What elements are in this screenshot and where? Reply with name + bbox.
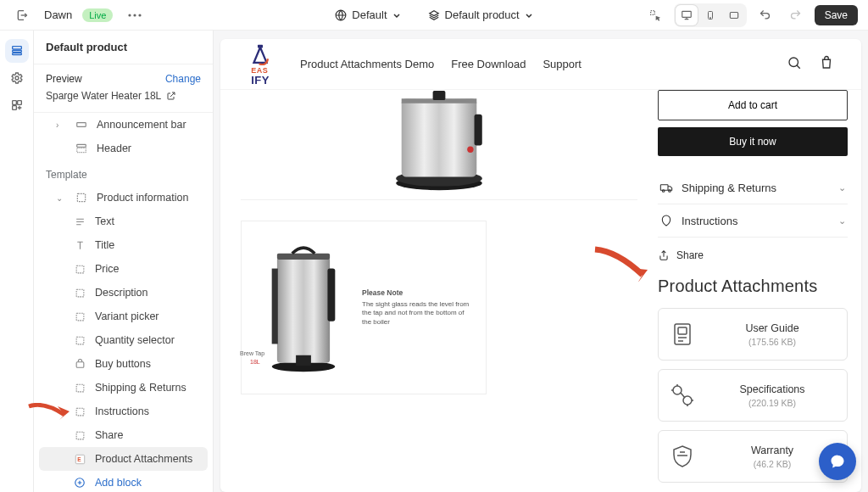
attachment-card[interactable]: User Guide(175.56 KB)	[658, 308, 848, 361]
tap-label: Brew Tap	[240, 350, 264, 356]
block-instructions[interactable]: Instructions	[39, 400, 208, 423]
apps-icon[interactable]	[5, 93, 29, 117]
svg-rect-5	[682, 11, 691, 17]
attachment-card[interactable]: Specifications(220.19 KB)	[658, 369, 848, 422]
note-body: The sight glass reads the level from the…	[362, 300, 469, 326]
chat-fab[interactable]	[819, 443, 856, 480]
announcement-icon	[75, 118, 88, 131]
buy-now-button[interactable]: Buy it now	[658, 127, 848, 156]
block-attachments[interactable]: EProduct Attachments	[39, 447, 208, 471]
more-icon[interactable]	[123, 3, 147, 27]
svg-point-35	[789, 58, 798, 67]
sidebar-heading: Default product	[34, 31, 213, 64]
doc-icon	[669, 321, 696, 348]
svg-rect-25	[76, 384, 84, 392]
add-to-cart-button[interactable]: Add to cart	[658, 90, 848, 120]
desktop-icon[interactable]	[676, 5, 698, 25]
theme-name: Dawn	[44, 8, 72, 21]
storefront-nav: Product Attachments Demo Free Download S…	[300, 58, 581, 70]
svg-rect-26	[76, 408, 84, 416]
shipping-block-icon	[73, 381, 86, 394]
variant-icon	[73, 310, 86, 323]
svg-rect-44	[277, 257, 330, 362]
search-icon[interactable]	[787, 55, 802, 73]
logo[interactable]: EASIFY	[248, 43, 273, 86]
accordion-instructions[interactable]: Instructions ⌄	[658, 204, 848, 238]
svg-rect-19	[77, 193, 85, 201]
svg-rect-11	[12, 53, 21, 55]
svg-point-12	[15, 76, 19, 80]
section-product-info[interactable]: ⌄ Product information	[39, 186, 208, 210]
sidebar: Default product Preview Change Sparge Wa…	[34, 31, 214, 492]
svg-point-50	[662, 190, 665, 193]
svg-rect-16	[77, 123, 86, 127]
nav-link[interactable]: Product Attachments Demo	[300, 58, 434, 70]
title-icon	[73, 238, 86, 252]
svg-rect-21	[76, 289, 84, 297]
instructions-block-icon	[73, 405, 86, 418]
chevron-down-icon: ⌄	[838, 215, 846, 226]
app-block-icon: E	[73, 452, 86, 466]
svg-rect-48	[296, 355, 311, 366]
block-share[interactable]: Share	[39, 423, 208, 447]
rail-nav	[0, 31, 34, 492]
share-button[interactable]: Share	[658, 238, 848, 277]
preview-canvas: EASIFY Product Attachments Demo Free Dow…	[214, 31, 868, 492]
nav-link[interactable]: Support	[542, 58, 581, 70]
block-price[interactable]: Price	[39, 257, 208, 281]
block-shipping[interactable]: Shipping & Returns	[39, 376, 208, 400]
svg-rect-49	[660, 185, 668, 191]
fullscreen-icon[interactable]	[723, 5, 745, 25]
svg-point-0	[129, 14, 131, 16]
inspector-icon[interactable]	[643, 3, 667, 27]
block-text[interactable]: Text	[39, 210, 208, 233]
save-button[interactable]: Save	[815, 5, 858, 25]
svg-rect-13	[12, 101, 16, 105]
preview-product[interactable]: Sparge Water Heater 18L	[46, 90, 201, 102]
price-icon	[73, 262, 86, 276]
svg-text:E: E	[77, 456, 81, 462]
exit-icon[interactable]	[10, 3, 34, 27]
svg-point-2	[139, 14, 142, 16]
svg-rect-18	[77, 148, 86, 152]
svg-rect-40	[433, 91, 446, 100]
svg-rect-17	[77, 144, 86, 147]
undo-icon[interactable]	[754, 3, 777, 27]
change-link[interactable]: Change	[165, 73, 201, 85]
section-announcement[interactable]: › Announcement bar	[39, 113, 208, 137]
description-icon	[73, 286, 86, 299]
svg-rect-34	[258, 44, 263, 48]
add-block[interactable]: Add block	[39, 471, 208, 492]
cart-icon[interactable]	[819, 55, 834, 73]
svg-rect-46	[327, 269, 335, 321]
svg-point-42	[467, 147, 473, 153]
redo-icon[interactable]	[784, 3, 808, 27]
nav-link[interactable]: Free Download	[451, 58, 526, 70]
mobile-icon[interactable]	[699, 5, 721, 25]
add-icon	[73, 476, 86, 489]
svg-rect-53	[678, 327, 687, 334]
block-variant[interactable]: Variant picker	[39, 305, 208, 328]
block-quantity[interactable]: Quantity selector	[39, 328, 208, 352]
svg-rect-9	[12, 47, 21, 49]
viewport-switcher	[674, 3, 747, 27]
sections-icon[interactable]	[5, 39, 29, 63]
block-buy[interactable]: Buy buttons	[39, 352, 208, 376]
section-icon	[75, 191, 88, 204]
product-image-main	[241, 90, 637, 200]
settings-icon[interactable]	[5, 66, 29, 90]
svg-point-7	[709, 17, 710, 18]
spec-icon	[669, 382, 696, 409]
topbar: Dawn Live Default Default product Save	[0, 0, 868, 31]
svg-rect-24	[76, 361, 84, 367]
block-description[interactable]: Description	[39, 281, 208, 305]
template-dropdown[interactable]: Default product	[421, 5, 540, 25]
block-title[interactable]: Title	[39, 233, 208, 257]
accordion-shipping[interactable]: Shipping & Returns ⌄	[658, 171, 848, 204]
buy-icon	[73, 357, 86, 371]
quantity-icon	[73, 333, 86, 347]
storefront-header: EASIFY Product Attachments Demo Free Dow…	[220, 39, 861, 90]
section-header[interactable]: Header	[39, 137, 208, 160]
viewport-dropdown[interactable]: Default	[328, 5, 407, 25]
svg-rect-20	[76, 266, 84, 273]
